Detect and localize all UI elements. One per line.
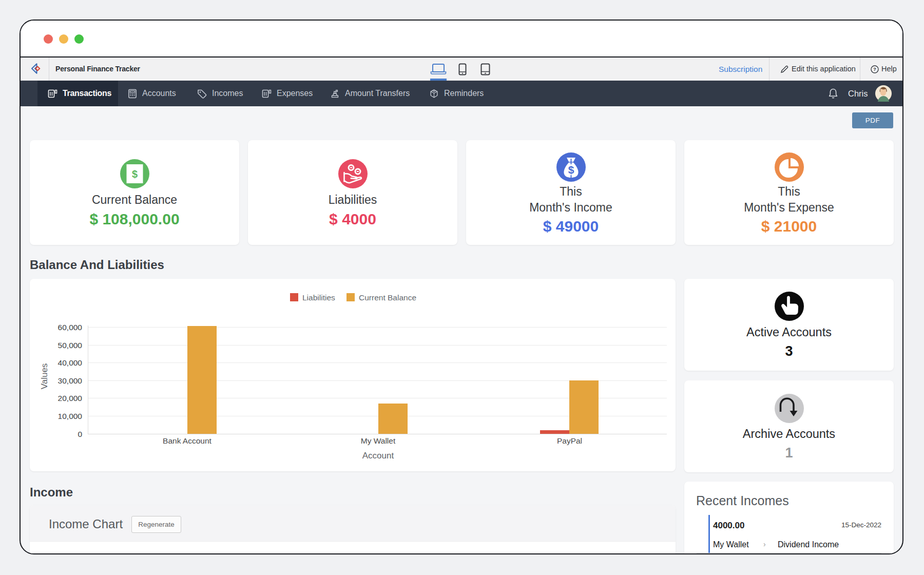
svg-text:?: ? (873, 66, 876, 72)
svg-text:$: $ (568, 164, 574, 176)
svg-text:$: $ (131, 168, 137, 179)
